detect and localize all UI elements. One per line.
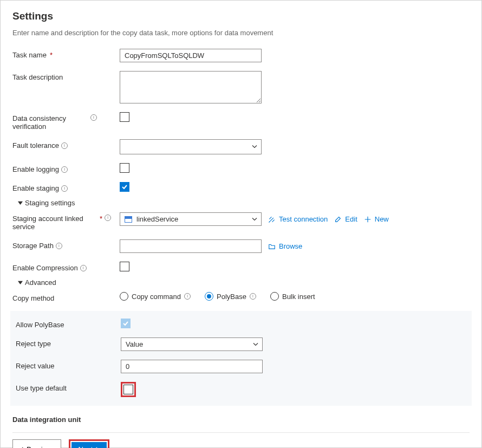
info-icon[interactable]: i [184, 293, 191, 300]
caret-down-icon [18, 199, 23, 207]
data-integration-unit-label: Data integration unit [12, 413, 120, 424]
task-description-label: Task description [12, 71, 120, 81]
page-title: Settings [12, 10, 470, 22]
task-description-input[interactable] [120, 71, 262, 103]
polybase-radio[interactable]: PolyBase i [205, 292, 256, 301]
use-type-default-checkbox[interactable] [123, 385, 133, 394]
highlight-annotation: Next [69, 439, 110, 448]
new-button[interactable]: New [364, 215, 389, 223]
bulk-insert-radio[interactable]: Bulk insert [270, 292, 315, 301]
caret-down-icon [18, 278, 23, 287]
copy-method-label: Copy method [12, 292, 120, 302]
advanced-toggle[interactable]: Advanced [18, 278, 470, 287]
highlight-annotation [121, 382, 136, 397]
reject-type-select[interactable]: Value [121, 337, 263, 351]
info-icon[interactable]: i [105, 215, 111, 221]
allow-polybase-label: Allow PolyBase [12, 319, 121, 329]
reject-value-label: Reject value [12, 360, 121, 370]
browse-button[interactable]: Browse [268, 242, 302, 250]
fault-tolerance-label: Fault tolerance i [12, 139, 120, 150]
pencil-icon [334, 216, 342, 223]
info-icon[interactable]: i [80, 265, 87, 271]
enable-staging-label: Enable staging i [12, 182, 120, 192]
staging-settings-toggle[interactable]: Staging settings [18, 199, 470, 207]
allow-polybase-checkbox [121, 319, 131, 328]
enable-staging-checkbox[interactable] [120, 182, 129, 192]
task-name-input[interactable] [120, 49, 262, 62]
enable-compression-checkbox[interactable] [120, 262, 129, 271]
test-connection-button[interactable]: Test connection [268, 215, 328, 223]
info-icon[interactable]: i [56, 243, 62, 249]
data-consistency-label: Data consistency verification i [12, 112, 120, 131]
chevron-right-icon [95, 445, 100, 448]
plus-icon [364, 216, 372, 223]
folder-icon [268, 243, 276, 250]
previous-button[interactable]: Previous [12, 439, 61, 448]
linked-service-select[interactable]: linkedService [120, 212, 262, 226]
linked-service-icon [125, 216, 132, 223]
data-consistency-checkbox[interactable] [120, 112, 129, 122]
task-name-label: Task name* [12, 49, 120, 59]
use-type-default-label: Use type default [12, 382, 121, 392]
next-button[interactable]: Next [71, 442, 107, 448]
polybase-settings-panel: Allow PolyBase Reject type Value [10, 311, 472, 406]
plug-icon [268, 216, 276, 223]
chevron-left-icon [19, 445, 24, 448]
enable-logging-checkbox[interactable] [120, 163, 129, 173]
staging-linked-service-label: Staging account linked service * i [12, 212, 120, 231]
edit-button[interactable]: Edit [334, 215, 357, 223]
copy-command-radio[interactable]: Copy command i [120, 292, 191, 301]
enable-logging-label: Enable logging i [12, 163, 120, 173]
info-icon[interactable]: i [61, 185, 68, 192]
storage-path-label: Storage Path i [12, 239, 120, 250]
reject-value-input[interactable] [121, 360, 263, 373]
enable-compression-label: Enable Compression i [12, 262, 120, 272]
info-icon[interactable]: i [61, 142, 68, 149]
page-subtitle: Enter name and description for the copy … [12, 29, 470, 37]
info-icon[interactable]: i [61, 166, 68, 173]
reject-type-label: Reject type [12, 337, 121, 348]
fault-tolerance-select[interactable] [120, 139, 262, 154]
info-icon[interactable]: i [250, 293, 256, 300]
info-icon[interactable]: i [90, 114, 97, 121]
storage-path-input[interactable] [120, 239, 262, 253]
